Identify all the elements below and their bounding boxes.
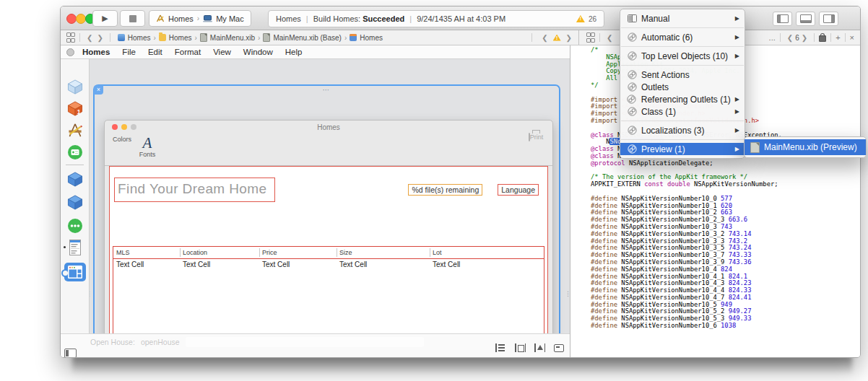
apple-menu-icon[interactable] bbox=[66, 48, 74, 56]
column-header-size[interactable]: Size bbox=[337, 248, 430, 257]
back-button[interactable]: ❮ bbox=[604, 34, 615, 42]
lock-icon[interactable] bbox=[819, 35, 826, 42]
close-design-icon[interactable]: × bbox=[94, 85, 103, 95]
ib-menu-homes[interactable]: Homes bbox=[82, 48, 110, 56]
language-button[interactable]: Language bbox=[498, 184, 539, 196]
menu-item-manual[interactable]: Manual▶ bbox=[620, 12, 745, 25]
warning-count[interactable]: 26 bbox=[589, 15, 596, 23]
align-button[interactable] bbox=[515, 343, 526, 352]
font-manager-icon[interactable] bbox=[67, 144, 83, 163]
winobj-icon bbox=[350, 34, 357, 41]
ib-menu-view[interactable]: View bbox=[213, 48, 231, 56]
resize-handle-right[interactable]: ⋮ bbox=[565, 292, 568, 295]
ib-menu-window[interactable]: Window bbox=[243, 48, 273, 56]
scheme-selector[interactable]: Homes › My Mac bbox=[149, 10, 251, 27]
table-row[interactable]: Text CellText CellText CellText CellText… bbox=[113, 259, 544, 270]
menu-item-automatic-6[interactable]: Automatic (6)▶ bbox=[620, 31, 745, 43]
menu-item-referencing-outlets-1[interactable]: Referencing Outlets (1)▶ bbox=[620, 93, 745, 105]
menu-item-outlets[interactable]: Outlets bbox=[620, 81, 745, 93]
submenu-item-mainmenu-xib-preview[interactable]: MainMenu.xib (Preview) bbox=[745, 139, 866, 155]
first-responder-icon[interactable]: 1 bbox=[66, 101, 83, 119]
menu-item-preview-1[interactable]: Preview (1)▶ bbox=[620, 143, 745, 155]
next-counterpart-button[interactable]: ❯ bbox=[799, 34, 810, 42]
preview-submenu: MainMenu.xib (Preview) bbox=[744, 136, 867, 158]
previous-issue-button[interactable]: ❮ bbox=[539, 34, 550, 42]
mock-zoom-light bbox=[131, 124, 136, 130]
debug-panel-button[interactable] bbox=[796, 12, 815, 26]
screenshot: ▶ Homes › My Mac Homes | Build Homes: Su… bbox=[0, 0, 868, 381]
table-body: Text CellText CellText CellText CellText… bbox=[113, 259, 544, 270]
folder-icon bbox=[159, 34, 166, 41]
file-owner-icon[interactable] bbox=[66, 79, 83, 97]
ib-menu-help[interactable]: Help bbox=[285, 48, 303, 56]
ib-menu-format[interactable]: Format bbox=[175, 48, 201, 56]
my-mac-icon bbox=[203, 15, 212, 22]
close-traffic-light[interactable] bbox=[66, 14, 77, 24]
menu-separator bbox=[621, 27, 744, 28]
menu-item-top-level-objects-10[interactable]: Top Level Objects (10)▶ bbox=[620, 50, 745, 62]
table-header-row: MLSLocationPriceSizeLot bbox=[113, 247, 544, 259]
left-panel-icon bbox=[777, 14, 789, 23]
document-outline-toggle[interactable] bbox=[64, 349, 77, 358]
menu-item-localizations-3[interactable]: Localizations (3)▶ bbox=[620, 124, 745, 136]
forward-button[interactable]: ❯ bbox=[95, 34, 105, 42]
fonts-toolbar-item[interactable]: A Fonts bbox=[136, 135, 158, 158]
related-items-icon[interactable] bbox=[66, 32, 74, 43]
open-house-label: Open House: bbox=[90, 338, 135, 346]
breadcrumb-item[interactable]: Homes bbox=[159, 34, 192, 42]
app-delegate-object-icon[interactable] bbox=[66, 172, 83, 190]
drag-handle-icon[interactable]: ⋯ bbox=[323, 88, 331, 92]
heading-label[interactable]: Find Your Dream Home bbox=[114, 178, 275, 202]
inspector-panel-button[interactable] bbox=[819, 12, 838, 26]
stop-button[interactable] bbox=[120, 10, 145, 27]
back-button[interactable]: ❮ bbox=[84, 34, 95, 42]
ib-canvas[interactable]: × ⋯ ⋮ ⋮ Homes bbox=[90, 59, 570, 333]
stack-button[interactable] bbox=[495, 343, 506, 352]
object-cube-icon[interactable] bbox=[66, 195, 83, 213]
column-header-lot[interactable]: Lot bbox=[430, 248, 544, 257]
breadcrumb: Homes›Homes›MainMenu.xib›MainMenu.xib (B… bbox=[118, 33, 383, 42]
column-header-location[interactable]: Location bbox=[180, 248, 259, 257]
listings-table[interactable]: MLSLocationPriceSizeLot Text CellText Ce… bbox=[113, 246, 544, 333]
application-icon[interactable] bbox=[66, 123, 83, 141]
ib-menu-edit[interactable]: Edit bbox=[148, 48, 162, 56]
menu-object-icon[interactable] bbox=[67, 218, 83, 237]
navigator-panel-button[interactable] bbox=[773, 12, 792, 26]
breadcrumb-item[interactable]: Homes bbox=[118, 34, 151, 42]
warning-icon[interactable] bbox=[576, 15, 585, 22]
related-items-icon[interactable] bbox=[586, 32, 594, 43]
pin-button[interactable] bbox=[534, 343, 545, 352]
window-selection-frame[interactable]: × ⋯ ⋮ ⋮ Homes bbox=[93, 84, 560, 333]
column-header-mls[interactable]: MLS bbox=[113, 248, 180, 257]
warning-icon[interactable] bbox=[553, 35, 561, 41]
counterparts-icon bbox=[627, 51, 637, 61]
ib-menu-file[interactable]: File bbox=[122, 48, 136, 56]
colors-toolbar-item[interactable]: Colors bbox=[110, 136, 134, 143]
mock-close-light bbox=[112, 124, 118, 130]
breadcrumb-item[interactable]: Homes bbox=[350, 34, 383, 42]
column-header-price[interactable]: Price bbox=[259, 248, 337, 257]
previous-counterpart-button[interactable]: ❮ bbox=[785, 34, 795, 42]
menu-item-class-1[interactable]: Class (1)▶ bbox=[620, 105, 745, 118]
resolve-issues-button[interactable] bbox=[554, 344, 564, 352]
breadcrumb-item[interactable]: MainMenu.xib bbox=[200, 33, 255, 42]
print-toolbar-item[interactable]: Print bbox=[525, 133, 547, 141]
next-issue-button[interactable]: ❯ bbox=[564, 34, 574, 42]
table-cell: Text Cell bbox=[337, 260, 430, 268]
breadcrumb-item[interactable]: MainMenu.xib (Base) bbox=[263, 33, 341, 42]
right-panel-icon bbox=[823, 14, 835, 23]
canvas-bottom-bar: Open House: openHouse bbox=[61, 333, 570, 358]
files-remaining-label[interactable]: %d file(s) remaining bbox=[408, 184, 482, 196]
menu-item-sent-actions[interactable]: Sent Actions bbox=[620, 69, 745, 81]
printer-icon bbox=[529, 133, 530, 141]
window-object-icon-selected[interactable] bbox=[64, 263, 86, 281]
run-button[interactable]: ▶ bbox=[92, 10, 118, 27]
close-assistant-editor-button[interactable]: × bbox=[850, 33, 854, 42]
add-assistant-editor-button[interactable]: + bbox=[836, 33, 840, 42]
project-icon bbox=[118, 34, 125, 41]
main-menu-icon[interactable] bbox=[69, 240, 81, 258]
design-window[interactable]: Homes Colors A Fonts bbox=[104, 120, 553, 333]
minimize-traffic-light[interactable] bbox=[76, 14, 86, 24]
status-time: 9/24/1435 AH at 4:03 PM bbox=[417, 14, 505, 23]
document-outline-dock: 1 bbox=[61, 59, 90, 333]
